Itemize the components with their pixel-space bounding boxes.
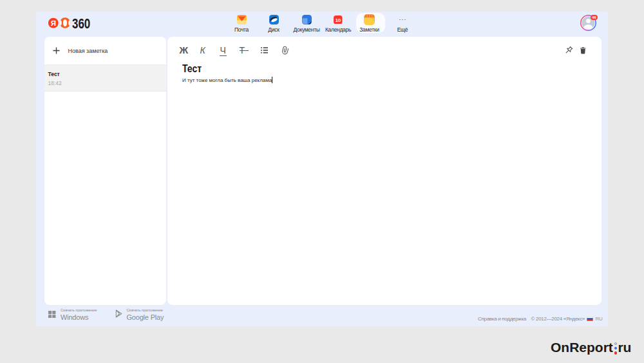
svg-text:10: 10 xyxy=(336,17,341,23)
